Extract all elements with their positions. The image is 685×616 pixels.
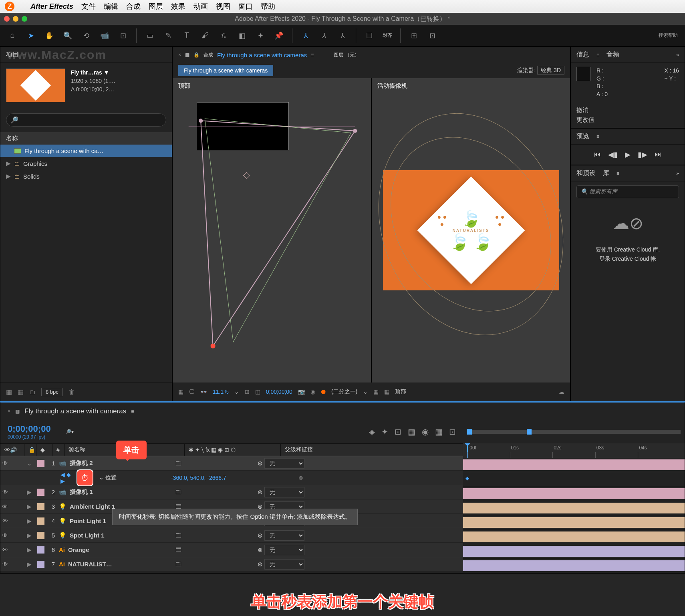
twirl-icon[interactable]: ▶ xyxy=(27,561,34,568)
frame-blend-icon[interactable]: ▦ xyxy=(408,427,415,437)
cloud-sync-icon[interactable]: ☁ xyxy=(559,389,564,395)
clone-tool-icon[interactable]: ⎌ xyxy=(218,30,229,41)
pan-behind-tool-icon[interactable]: ⊡ xyxy=(118,30,128,41)
selection-tool-icon[interactable]: ➤ xyxy=(26,30,36,41)
label-color[interactable] xyxy=(37,517,44,525)
panel-menu-icon[interactable]: ≡ xyxy=(311,52,314,58)
expand-icon[interactable]: » xyxy=(676,171,679,176)
roi-icon[interactable]: ▦ xyxy=(373,389,379,395)
axis-local-icon[interactable]: ⅄ xyxy=(300,30,311,41)
workspace-icon[interactable]: ⊞ xyxy=(409,30,419,41)
close-tab-icon[interactable]: × xyxy=(8,409,10,414)
current-time[interactable]: 0;00;00;00 xyxy=(8,424,51,434)
layer-name[interactable]: Point Light 1 xyxy=(70,517,106,524)
play-icon[interactable]: ▶ xyxy=(625,150,631,159)
draft3d-icon[interactable]: ✦ xyxy=(381,427,388,437)
pickwhip-icon[interactable]: ⊚ xyxy=(258,489,263,495)
first-frame-icon[interactable]: ⏮ xyxy=(594,150,601,159)
layer-row[interactable]: 👁▶7AiNATURALIST…🗔⊚ 无 xyxy=(0,557,463,572)
switches[interactable]: 🗔 xyxy=(163,460,193,467)
layer-bar[interactable] xyxy=(463,546,685,557)
library-search[interactable]: 🔍 搜索所有库 xyxy=(576,185,679,198)
minimize-window-icon[interactable] xyxy=(13,16,18,22)
axis-world-icon[interactable]: ⅄ xyxy=(319,30,329,41)
zoom-window-icon[interactable] xyxy=(22,16,27,22)
visibility-toggle[interactable]: 👁 xyxy=(0,561,9,568)
pickwhip-icon[interactable]: ⊚ xyxy=(258,561,263,568)
search-panels-icon[interactable]: ⊡ xyxy=(427,30,437,41)
label-color[interactable] xyxy=(37,546,44,554)
pickwhip-icon[interactable]: ⊚ xyxy=(258,546,263,553)
menu-effect[interactable]: 效果 xyxy=(171,2,185,11)
motion-blur-icon[interactable]: ◉ xyxy=(422,427,429,437)
label-color[interactable] xyxy=(37,532,44,539)
eye-column-icon[interactable]: 👁 xyxy=(4,447,10,453)
grid-icon[interactable]: ⊞ xyxy=(245,389,250,395)
brush-tool-icon[interactable]: 🖌 xyxy=(200,30,210,41)
switches[interactable]: 🗔 xyxy=(163,532,193,539)
brainstorm-icon[interactable]: ⊡ xyxy=(449,427,456,437)
app-name[interactable]: After Effects xyxy=(30,2,73,11)
roto-tool-icon[interactable]: ✦ xyxy=(255,30,266,41)
label-color[interactable] xyxy=(37,503,44,510)
project-item-comp[interactable]: Fly through a scene with ca… xyxy=(0,145,172,157)
pen-tool-icon[interactable]: ✎ xyxy=(163,30,173,41)
col-name-header[interactable]: 名称 xyxy=(0,132,172,145)
bpc-button[interactable]: 8 bpc xyxy=(41,388,63,396)
keyframe-icon[interactable]: ◆ xyxy=(465,475,469,481)
interpret-icon[interactable]: ▦ xyxy=(6,388,12,396)
snap-icon[interactable]: ☐ xyxy=(364,30,375,41)
parent-dropdown[interactable]: 无 xyxy=(264,545,304,555)
twirl-icon[interactable]: ▶ xyxy=(27,532,34,539)
resolution-dropdown[interactable]: (二分之一) xyxy=(331,388,357,395)
comp-thumbnail[interactable] xyxy=(6,68,65,102)
switches[interactable]: 🗔 xyxy=(163,561,193,568)
project-item-folder[interactable]: ▶🗀 Graphics xyxy=(0,157,172,170)
menu-edit[interactable]: 编辑 xyxy=(104,2,118,11)
switches[interactable]: 🗔 xyxy=(163,489,193,495)
parent-dropdown[interactable]: 无 xyxy=(264,559,304,570)
close-tab-icon[interactable]: × xyxy=(178,52,181,58)
zoom-dropdown[interactable]: 11.1% xyxy=(213,389,229,395)
twirl-icon[interactable]: ▶ xyxy=(27,546,34,554)
puppet-tool-icon[interactable]: 📌 xyxy=(274,30,284,41)
snapshot-icon[interactable]: 📷 xyxy=(298,389,305,395)
presets-tab[interactable]: 和预设 xyxy=(576,169,596,177)
home-icon[interactable]: ⌂ xyxy=(7,30,18,41)
layer-bar[interactable] xyxy=(463,531,685,542)
display-icon[interactable]: 🖵 xyxy=(189,389,195,395)
audio-tab[interactable]: 音频 xyxy=(606,50,619,59)
lock-icon[interactable]: 🔒 xyxy=(193,52,199,58)
menu-composition[interactable]: 合成 xyxy=(126,2,141,11)
parent-dropdown[interactable]: 无 xyxy=(264,487,304,497)
shy-icon[interactable]: ⊡ xyxy=(395,427,401,437)
3d-glasses-icon[interactable]: 👓 xyxy=(200,389,207,395)
layer-name[interactable]: NATURALIST… xyxy=(68,561,112,568)
rectangle-tool-icon[interactable]: ▭ xyxy=(145,30,155,41)
layer-bar[interactable] xyxy=(463,459,685,470)
layer-bar[interactable] xyxy=(463,503,685,513)
channel-icon[interactable]: ◉ xyxy=(310,389,315,395)
visibility-toggle[interactable]: 👁 xyxy=(0,546,9,553)
label-column-icon[interactable]: ◆ xyxy=(40,447,45,453)
project-item-folder[interactable]: ▶🗀 Solids xyxy=(0,170,172,183)
guides-icon[interactable]: ◫ xyxy=(255,389,260,395)
renderer-dropdown[interactable]: 经典 3D xyxy=(537,66,564,74)
menu-view[interactable]: 视图 xyxy=(216,2,230,11)
next-frame-icon[interactable]: ▮▶ xyxy=(638,150,647,159)
twirl-icon[interactable]: ▶ xyxy=(27,517,34,525)
layer-bar[interactable] xyxy=(463,517,685,528)
layer-row[interactable]: 👁⌄1📹摄像机 2🗔⊚ 无 xyxy=(0,456,463,471)
pickwhip-icon[interactable]: ⊚ xyxy=(258,532,263,539)
menu-window[interactable]: 窗口 xyxy=(238,2,253,11)
last-frame-icon[interactable]: ⏭ xyxy=(655,150,662,159)
menu-help[interactable]: 帮助 xyxy=(261,2,275,11)
layer-row[interactable]: 👁▶6AiOrange🗔⊚ 无 xyxy=(0,543,463,557)
visibility-toggle[interactable]: 👁 xyxy=(0,460,9,467)
comp-name[interactable]: Fly thr…ras ▼ xyxy=(71,68,115,77)
panel-menu-icon[interactable]: ≡ xyxy=(131,409,134,414)
orbit-tool-icon[interactable]: ⟲ xyxy=(81,30,91,41)
layer-name[interactable]: 摄像机 2 xyxy=(70,459,93,467)
menu-layer[interactable]: 图层 xyxy=(149,2,163,11)
layer-name[interactable]: Ambient Light 1 xyxy=(70,503,115,510)
